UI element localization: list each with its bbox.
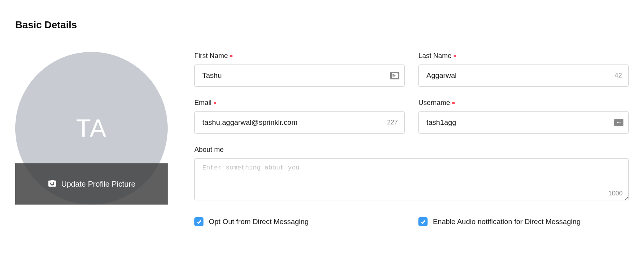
email-input-wrapper: 227 (194, 111, 405, 134)
username-field: Username (418, 99, 629, 134)
avatar-section: TA Update Profile Picture (15, 52, 168, 205)
form-row-2: Email 227 Username (194, 99, 629, 134)
username-label: Username (418, 99, 629, 107)
update-picture-label: Update Profile Picture (61, 180, 136, 189)
about-me-textarea[interactable] (194, 158, 629, 200)
opt-out-checkbox[interactable]: Opt Out from Direct Messaging (194, 217, 405, 226)
checkbox-checked-icon (418, 217, 428, 226)
username-input[interactable] (418, 111, 629, 134)
about-me-field: About me 1000 (194, 146, 629, 202)
about-me-textarea-wrapper: 1000 (194, 158, 629, 202)
first-name-label-text: First Name (194, 52, 228, 60)
audio-notification-label: Enable Audio notification for Direct Mes… (433, 218, 581, 226)
first-name-input[interactable] (194, 64, 405, 87)
form-row-1: First Name Last Name 42 (194, 52, 629, 87)
form-section: First Name Last Name 42 (194, 52, 629, 226)
email-label: Email (194, 99, 405, 107)
content-container: TA Update Profile Picture First Name (15, 52, 629, 226)
checkbox-checked-icon (194, 217, 203, 226)
avatar-initials: TA (76, 114, 107, 142)
required-indicator-icon (214, 102, 216, 104)
first-name-field: First Name (194, 52, 405, 87)
page-title: Basic Details (15, 19, 629, 31)
last-name-input[interactable] (418, 64, 629, 87)
about-me-label-text: About me (194, 146, 224, 154)
username-label-text: Username (418, 99, 450, 107)
checkbox-row: Opt Out from Direct Messaging Enable Aud… (194, 217, 629, 226)
camera-icon (48, 179, 57, 189)
first-name-label: First Name (194, 52, 405, 60)
audio-notification-checkbox[interactable]: Enable Audio notification for Direct Mes… (418, 217, 629, 226)
required-indicator-icon (230, 55, 232, 57)
last-name-input-wrapper: 42 (418, 64, 629, 87)
last-name-field: Last Name 42 (418, 52, 629, 87)
about-me-label: About me (194, 146, 629, 154)
last-name-label-text: Last Name (418, 52, 452, 60)
email-label-text: Email (194, 99, 211, 107)
update-profile-picture-button[interactable]: Update Profile Picture (15, 163, 168, 205)
email-input[interactable] (194, 111, 405, 134)
first-name-input-wrapper (194, 64, 405, 87)
required-indicator-icon (452, 102, 455, 104)
required-indicator-icon (454, 55, 456, 57)
last-name-label: Last Name (418, 52, 629, 60)
email-field: Email 227 (194, 99, 405, 134)
opt-out-label: Opt Out from Direct Messaging (209, 218, 309, 226)
username-input-wrapper (418, 111, 629, 134)
